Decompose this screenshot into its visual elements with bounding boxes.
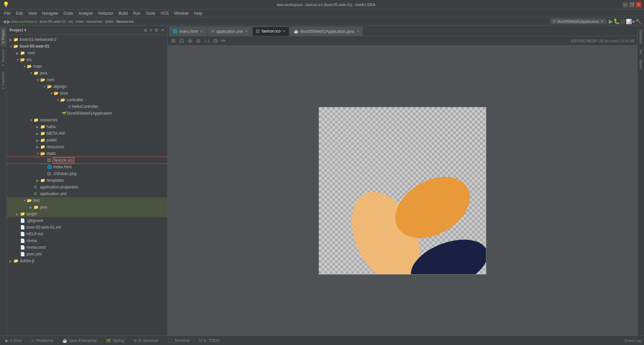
tree-item-public[interactable]: ▶ 📁 public bbox=[7, 137, 167, 143]
left-tab-favorites[interactable]: 2: Favorites bbox=[1, 69, 6, 92]
menu-code[interactable]: Code bbox=[61, 10, 76, 16]
menu-refactor[interactable]: Refactor bbox=[96, 10, 116, 16]
tree-item-mvnw[interactable]: 📄 mvnw bbox=[7, 237, 167, 244]
tree-item-index-html[interactable]: 🌐 index.html bbox=[7, 164, 167, 170]
tree-item-resources-dir[interactable]: ▼ 📁 resources bbox=[7, 117, 167, 123]
tree-item-zhifubao[interactable]: 🖼 zhifubao.png bbox=[7, 170, 167, 177]
tree-item-app-yml[interactable]: ⚙ application.yml bbox=[7, 190, 167, 197]
tree-item-boot01[interactable]: ▶ 📁 boot-01-helloworld-2 bbox=[7, 36, 167, 43]
tree-item-target[interactable]: ▶ 📁 target bbox=[7, 211, 167, 217]
tab-close-bootapp[interactable]: ✕ bbox=[356, 29, 359, 34]
tree-item-mvn[interactable]: ▶ 📁 .mvn bbox=[7, 50, 167, 56]
tab-favicon[interactable]: 🖼 favicon.ico ✕ bbox=[252, 26, 289, 36]
tree-item-boot05[interactable]: ▼ 📂 boot-05-web-01 bbox=[7, 43, 167, 50]
breadcrumb-static[interactable]: static bbox=[105, 19, 114, 23]
breadcrumb-main[interactable]: main bbox=[76, 19, 84, 23]
tab-close-index[interactable]: ✕ bbox=[200, 29, 203, 34]
todo-tab[interactable]: ☑ 6: TODO bbox=[196, 338, 223, 344]
minimize-button[interactable]: — bbox=[623, 2, 628, 7]
right-tab-ant[interactable]: Ant bbox=[638, 47, 643, 57]
tree-item-resources-sub[interactable]: ▶ 📁 resources bbox=[7, 143, 167, 150]
menu-help[interactable]: Help bbox=[191, 10, 205, 16]
reset-zoom-button[interactable]: 1:1 bbox=[204, 38, 210, 44]
menu-analyze[interactable]: Analyze bbox=[76, 10, 96, 16]
tree-item-dubbo[interactable]: ▶ 📁 dubbo-jt bbox=[7, 257, 167, 264]
menu-vcs[interactable]: VCS bbox=[158, 10, 172, 16]
locate-file-button[interactable]: ⊕ bbox=[144, 27, 148, 33]
hide-panel-button[interactable]: ✕ bbox=[161, 27, 165, 33]
java-enterprise-tab[interactable]: ☕ Java Enterprise bbox=[60, 338, 99, 344]
terminal-tab[interactable]: ⬛ Terminal bbox=[165, 338, 192, 344]
html-file-icon: 🌐 bbox=[47, 165, 52, 169]
collapse-all-button[interactable]: ≡ bbox=[150, 27, 152, 33]
tree-item-static[interactable]: ▼ 📂 static bbox=[7, 150, 167, 157]
tree-item-app-properties[interactable]: ⚙ application.properties bbox=[7, 184, 167, 190]
crop-button[interactable]: ⧉ bbox=[213, 37, 218, 45]
tree-item-pomxml[interactable]: 📄 pom.xml bbox=[7, 251, 167, 257]
tree-item-test-java[interactable]: ▶ 📁 java bbox=[7, 204, 167, 211]
tab-close-favicon[interactable]: ✕ bbox=[283, 29, 286, 34]
menu-file[interactable]: File bbox=[1, 10, 13, 16]
problems-tab[interactable]: ⚠ Problems bbox=[28, 338, 56, 344]
run-tab[interactable]: ▶ 4: Run bbox=[3, 338, 24, 344]
tree-item-haha[interactable]: ▶ 📁 haha bbox=[7, 123, 167, 130]
right-tab-maven[interactable]: Maven bbox=[638, 57, 643, 72]
run-button[interactable]: ▶ bbox=[609, 18, 613, 24]
zoom-out-button[interactable]: ⊖ bbox=[196, 37, 201, 45]
close-button[interactable]: ✕ bbox=[636, 2, 641, 7]
menu-window[interactable]: Window bbox=[171, 10, 191, 16]
tree-item-boot-pkg[interactable]: ▼ 📂 boot bbox=[7, 90, 167, 97]
maximize-button[interactable]: ❐ bbox=[629, 2, 635, 7]
tab-close-appyml[interactable]: ✕ bbox=[245, 29, 248, 34]
settings-button[interactable]: ⚙ bbox=[154, 27, 159, 33]
actual-size-button[interactable]: ⊡ bbox=[179, 37, 184, 45]
menu-tools[interactable]: Tools bbox=[143, 10, 158, 16]
nav-back-button[interactable]: ◀ bbox=[3, 19, 6, 24]
menu-build[interactable]: Build bbox=[116, 10, 130, 16]
coverage-button[interactable]: ☑ bbox=[621, 19, 625, 24]
tree-item-java-dir[interactable]: ▼ 📁 java bbox=[7, 70, 167, 76]
tree-item-iml[interactable]: 📄 boot-05-web-01.iml bbox=[7, 224, 167, 231]
tree-item-mvnw-cmd[interactable]: 📄 mvnw.cmd bbox=[7, 244, 167, 251]
tree-item-favicon[interactable]: 🖼 favicon.ico bbox=[7, 157, 167, 164]
tree-item-hello-controller[interactable]: C HelloController bbox=[7, 103, 167, 110]
tree-item-boot-app[interactable]: 🌱 Boot05Web01Application bbox=[7, 110, 167, 117]
menu-view[interactable]: View bbox=[25, 10, 40, 16]
tree-item-test[interactable]: ▼ 📂 test bbox=[7, 197, 167, 204]
breadcrumb-resources[interactable]: resources bbox=[86, 19, 102, 23]
tree-item-atguigu[interactable]: ▼ 📂 atguigu bbox=[7, 83, 167, 90]
breadcrumb-src[interactable]: src bbox=[68, 19, 73, 23]
stop-button[interactable]: ■ bbox=[632, 19, 635, 24]
right-tab-database[interactable]: Database bbox=[638, 27, 643, 47]
tree-item-templates[interactable]: ▶ 📁 templates bbox=[7, 177, 167, 184]
debug-button[interactable]: 🐛 bbox=[613, 18, 620, 24]
nav-forward-button[interactable]: ▶ bbox=[7, 19, 11, 24]
fit-window-button[interactable]: ⊞ bbox=[170, 37, 176, 45]
menu-edit[interactable]: Edit bbox=[13, 10, 25, 16]
tab-bootapp[interactable]: ☕ Boot05Web01Application.java ✕ bbox=[290, 26, 363, 36]
tree-item-com[interactable]: ▼ 📂 com bbox=[7, 76, 167, 83]
tree-item-gitignore[interactable]: 📄 .gitignore bbox=[7, 217, 167, 224]
profile-button[interactable]: 📊 bbox=[626, 19, 632, 24]
services-tab[interactable]: ⚙ 8: Services bbox=[131, 338, 161, 344]
breadcrumb-project[interactable]: boot-05-web-01 bbox=[40, 19, 66, 23]
tab-app-yml[interactable]: ⚙ application.yml ✕ bbox=[207, 26, 252, 36]
left-tab-structure[interactable]: 2: Structure bbox=[1, 46, 6, 69]
tree-item-meta-inf[interactable]: ▶ 📁 META-INF bbox=[7, 130, 167, 137]
left-tab-project[interactable]: 1: Project bbox=[1, 27, 6, 46]
menu-run[interactable]: Run bbox=[130, 10, 143, 16]
build-button[interactable]: 🔨 bbox=[636, 19, 641, 24]
tree-item-main[interactable]: ▼ 📂 main bbox=[7, 63, 167, 70]
tree-item-helpmd[interactable]: 📄 HELP.md bbox=[7, 231, 167, 237]
color-picker-button[interactable]: ✏ bbox=[221, 37, 226, 45]
zoom-in-button[interactable]: ⊕ bbox=[187, 37, 193, 45]
tree-item-controller[interactable]: ▼ 📂 controller bbox=[7, 97, 167, 103]
breadcrumb-workspace[interactable]: idea-workspace bbox=[11, 19, 37, 23]
spring-tab[interactable]: 🌿 Spring bbox=[103, 338, 127, 344]
event-log-label[interactable]: Event Log bbox=[625, 339, 641, 343]
menu-navigate[interactable]: Navigate bbox=[40, 10, 61, 16]
run-tab-label: 4: Run bbox=[10, 338, 21, 343]
tab-index-html[interactable]: 🌐 index.html ✕ bbox=[169, 26, 207, 36]
tree-item-src[interactable]: ▼ 📂 src bbox=[7, 56, 167, 63]
java-class-icon: C bbox=[68, 105, 71, 109]
